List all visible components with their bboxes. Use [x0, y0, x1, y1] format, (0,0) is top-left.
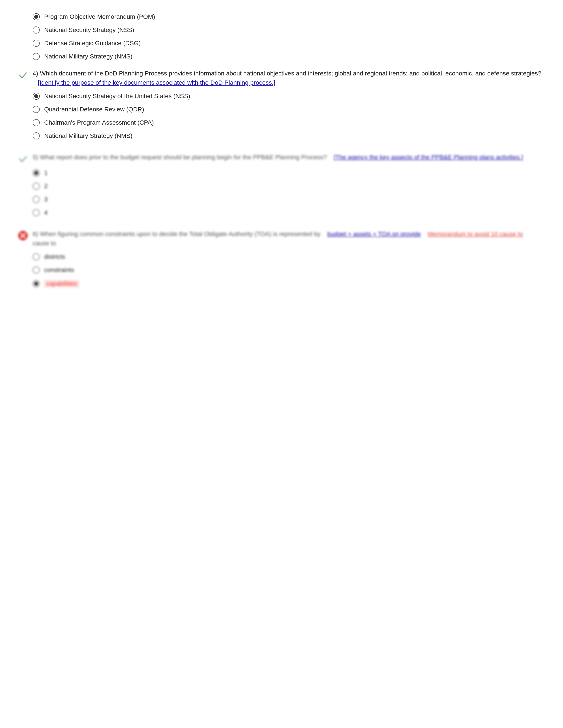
option-text-2-q5: 2: [44, 183, 48, 190]
option-item-districts: districts: [33, 253, 545, 260]
radio-nms-q4[interactable]: [33, 132, 40, 139]
option-item-qdr: Quadrennial Defense Review (QDR): [33, 106, 545, 113]
radio-dsg[interactable]: [33, 40, 40, 47]
question-4-text: 4) Which document of the DoD Planning Pr…: [33, 69, 545, 87]
option-text-nms-q3: National Military Strategy (NMS): [44, 53, 132, 60]
radio-constraints: [33, 266, 40, 274]
option-text-dsg: Defense Strategic Guidance (DSG): [44, 40, 141, 47]
option-text-qdr: Quadrennial Defense Review (QDR): [44, 106, 144, 113]
option-text-districts: districts: [44, 253, 65, 260]
options-list-q4: National Security Strategy of the United…: [33, 93, 545, 139]
option-item: Program Objective Memorandum (POM): [33, 13, 545, 20]
option-text-3-q5: 3: [44, 196, 48, 203]
q6-cause: cause to: [33, 240, 56, 247]
radio-capabilities: [33, 280, 40, 287]
question-5-text: 5) What report does prior to the budget …: [33, 153, 523, 162]
options-list-q5: 1 2 3 4: [33, 169, 545, 216]
option-item: Defense Strategic Guidance (DSG): [33, 40, 545, 47]
wrong-icon-q6: [18, 230, 28, 241]
option-text-constraints: constraints: [44, 266, 74, 274]
radio-nss[interactable]: [33, 26, 40, 34]
q4-body: Which document of the DoD Planning Proce…: [40, 70, 541, 77]
radio-1-q5: [33, 169, 40, 176]
option-text-4-q5: 4: [44, 209, 48, 216]
question-6-text: 6) When figuring common constraints upon…: [33, 229, 523, 248]
option-text-nss: National Security Strategy (NSS): [44, 26, 134, 34]
radio-nss-us[interactable]: [33, 93, 40, 100]
question-3-partial: Program Objective Memorandum (POM) Natio…: [18, 13, 545, 60]
question-5-header: 5) What report does prior to the budget …: [18, 153, 545, 164]
option-item-constraints: constraints: [33, 266, 545, 274]
radio-4-q5: [33, 209, 40, 216]
correct-icon-q5: [18, 154, 28, 164]
option-text-1-q5: 1: [44, 169, 48, 176]
q6-link1: budget + assets + TOA on provide: [327, 231, 421, 237]
option-item-capabilities: capabilities: [33, 280, 545, 288]
q4-number: 4): [33, 70, 38, 77]
question-6-header: 6) When figuring common constraints upon…: [18, 229, 545, 248]
option-item: National Military Strategy (NMS): [33, 53, 545, 60]
option-item-3: 3: [33, 196, 545, 203]
option-item: National Security Strategy (NSS): [33, 26, 545, 34]
q6-link2: Memorandum to avoid 10 cause to: [428, 231, 523, 237]
radio-nms-q3[interactable]: [33, 53, 40, 60]
radio-3-q5: [33, 196, 40, 203]
q6-body: 6) When figuring common constraints upon…: [33, 231, 321, 237]
radio-2-q5: [33, 183, 40, 190]
option-text-nms-q4: National Military Strategy (NMS): [44, 132, 132, 139]
radio-cpa[interactable]: [33, 119, 40, 126]
option-item-nss-us: National Security Strategy of the United…: [33, 93, 545, 100]
option-item-2: 2: [33, 183, 545, 190]
option-item-nms-q4: National Military Strategy (NMS): [33, 132, 545, 139]
q5-body: 5) What report does prior to the budget …: [33, 154, 327, 161]
q5-link: [The agency the key aspects of the PPB&E…: [334, 154, 523, 161]
option-item-cpa: Chairman's Program Assessment (CPA): [33, 119, 545, 126]
question-5-blurred: 5) What report does prior to the budget …: [18, 153, 545, 216]
q4-link[interactable]: [Identify the purpose of the key documen…: [38, 79, 275, 86]
option-item-4: 4: [33, 209, 545, 216]
radio-districts: [33, 253, 40, 260]
option-text-nss-us: National Security Strategy of the United…: [44, 93, 190, 100]
option-text-cpa: Chairman's Program Assessment (CPA): [44, 119, 154, 126]
question-4-header: 4) Which document of the DoD Planning Pr…: [18, 69, 545, 87]
question-6-blurred: 6) When figuring common constraints upon…: [18, 229, 545, 288]
option-item-1: 1: [33, 169, 545, 176]
question-4: 4) Which document of the DoD Planning Pr…: [18, 69, 545, 139]
option-text-capabilities: capabilities: [44, 280, 79, 288]
options-list-q3: Program Objective Memorandum (POM) Natio…: [33, 13, 545, 60]
radio-qdr[interactable]: [33, 106, 40, 113]
correct-icon: [18, 70, 28, 80]
options-list-q6: districts constraints capabilities: [33, 253, 545, 288]
radio-pom[interactable]: [33, 13, 40, 20]
option-text-pom: Program Objective Memorandum (POM): [44, 13, 155, 20]
